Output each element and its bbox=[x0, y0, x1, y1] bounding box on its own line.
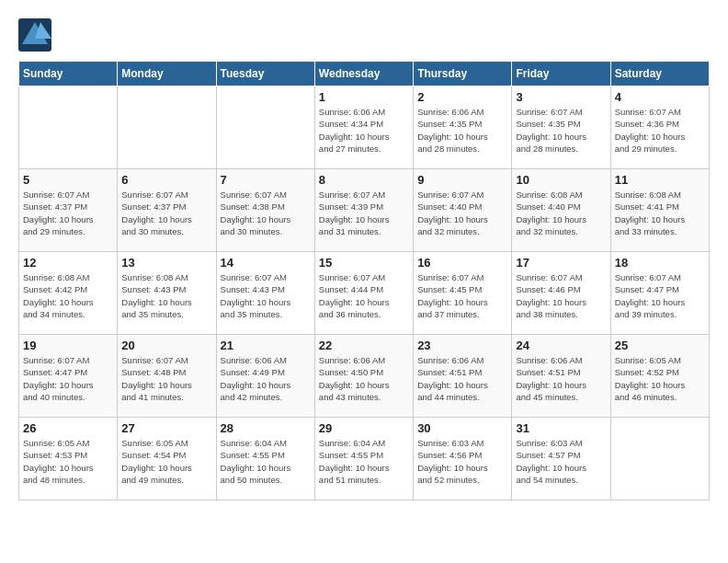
calendar-cell: 23Sunrise: 6:06 AM Sunset: 4:51 PM Dayli… bbox=[414, 335, 512, 418]
day-header-friday: Friday bbox=[512, 62, 610, 86]
day-info: Sunrise: 6:06 AM Sunset: 4:34 PM Dayligh… bbox=[319, 106, 409, 155]
day-info: Sunrise: 6:05 AM Sunset: 4:52 PM Dayligh… bbox=[615, 354, 705, 403]
calendar-header-row: SundayMondayTuesdayWednesdayThursdayFrid… bbox=[19, 62, 710, 86]
day-number: 3 bbox=[516, 90, 606, 104]
calendar-cell bbox=[118, 86, 216, 169]
day-number: 15 bbox=[319, 256, 409, 270]
day-info: Sunrise: 6:06 AM Sunset: 4:51 PM Dayligh… bbox=[417, 354, 507, 403]
day-number: 21 bbox=[221, 339, 311, 352]
calendar-cell: 27Sunrise: 6:05 AM Sunset: 4:54 PM Dayli… bbox=[118, 418, 216, 500]
calendar-cell: 20Sunrise: 6:07 AM Sunset: 4:48 PM Dayli… bbox=[118, 335, 216, 418]
calendar-cell: 6Sunrise: 6:07 AM Sunset: 4:37 PM Daylig… bbox=[118, 169, 216, 252]
day-info: Sunrise: 6:04 AM Sunset: 4:55 PM Dayligh… bbox=[319, 437, 409, 486]
calendar-cell bbox=[19, 86, 118, 169]
day-number: 6 bbox=[121, 173, 211, 187]
day-number: 18 bbox=[615, 256, 705, 270]
day-number: 19 bbox=[23, 339, 113, 352]
calendar-table: SundayMondayTuesdayWednesdayThursdayFrid… bbox=[18, 61, 710, 500]
day-header-saturday: Saturday bbox=[610, 62, 709, 86]
day-info: Sunrise: 6:03 AM Sunset: 4:56 PM Dayligh… bbox=[417, 437, 507, 486]
calendar-cell: 1Sunrise: 6:06 AM Sunset: 4:34 PM Daylig… bbox=[314, 86, 413, 169]
day-number: 12 bbox=[23, 256, 113, 270]
calendar-cell: 25Sunrise: 6:05 AM Sunset: 4:52 PM Dayli… bbox=[610, 335, 709, 418]
day-info: Sunrise: 6:08 AM Sunset: 4:43 PM Dayligh… bbox=[121, 271, 211, 320]
calendar-cell: 4Sunrise: 6:07 AM Sunset: 4:36 PM Daylig… bbox=[610, 86, 709, 169]
day-info: Sunrise: 6:07 AM Sunset: 4:37 PM Dayligh… bbox=[23, 189, 113, 237]
calendar-cell: 8Sunrise: 6:07 AM Sunset: 4:39 PM Daylig… bbox=[314, 169, 413, 252]
day-header-monday: Monday bbox=[118, 62, 216, 86]
day-header-thursday: Thursday bbox=[414, 62, 512, 86]
calendar-cell: 7Sunrise: 6:07 AM Sunset: 4:38 PM Daylig… bbox=[216, 169, 314, 252]
day-info: Sunrise: 6:05 AM Sunset: 4:53 PM Dayligh… bbox=[23, 437, 113, 486]
day-info: Sunrise: 6:04 AM Sunset: 4:55 PM Dayligh… bbox=[221, 437, 311, 486]
day-number: 24 bbox=[516, 339, 606, 352]
calendar-cell: 15Sunrise: 6:07 AM Sunset: 4:44 PM Dayli… bbox=[314, 252, 413, 335]
calendar-cell: 13Sunrise: 6:08 AM Sunset: 4:43 PM Dayli… bbox=[118, 252, 216, 335]
day-number: 26 bbox=[23, 421, 113, 435]
day-info: Sunrise: 6:07 AM Sunset: 4:48 PM Dayligh… bbox=[121, 354, 211, 403]
calendar-cell bbox=[216, 86, 314, 169]
day-number: 14 bbox=[221, 256, 311, 270]
calendar-cell: 24Sunrise: 6:06 AM Sunset: 4:51 PM Dayli… bbox=[512, 335, 610, 418]
day-number: 4 bbox=[615, 90, 705, 104]
calendar-week-row: 19Sunrise: 6:07 AM Sunset: 4:47 PM Dayli… bbox=[19, 335, 710, 418]
calendar-cell bbox=[610, 418, 709, 500]
day-info: Sunrise: 6:08 AM Sunset: 4:41 PM Dayligh… bbox=[615, 189, 705, 237]
day-number: 23 bbox=[417, 339, 507, 352]
day-number: 13 bbox=[121, 256, 211, 270]
calendar-cell: 22Sunrise: 6:06 AM Sunset: 4:50 PM Dayli… bbox=[314, 335, 413, 418]
day-info: Sunrise: 6:07 AM Sunset: 4:45 PM Dayligh… bbox=[417, 271, 507, 320]
day-info: Sunrise: 6:07 AM Sunset: 4:43 PM Dayligh… bbox=[221, 271, 311, 320]
calendar-cell: 18Sunrise: 6:07 AM Sunset: 4:47 PM Dayli… bbox=[610, 252, 709, 335]
day-number: 17 bbox=[516, 256, 606, 270]
day-info: Sunrise: 6:08 AM Sunset: 4:40 PM Dayligh… bbox=[516, 189, 606, 237]
calendar-cell: 16Sunrise: 6:07 AM Sunset: 4:45 PM Dayli… bbox=[414, 252, 512, 335]
day-number: 29 bbox=[319, 421, 409, 435]
day-info: Sunrise: 6:07 AM Sunset: 4:47 PM Dayligh… bbox=[23, 354, 113, 403]
calendar-cell: 2Sunrise: 6:06 AM Sunset: 4:35 PM Daylig… bbox=[414, 86, 512, 169]
day-number: 9 bbox=[417, 173, 507, 187]
calendar-cell: 29Sunrise: 6:04 AM Sunset: 4:55 PM Dayli… bbox=[314, 418, 413, 500]
calendar-cell: 17Sunrise: 6:07 AM Sunset: 4:46 PM Dayli… bbox=[512, 252, 610, 335]
calendar-week-row: 1Sunrise: 6:06 AM Sunset: 4:34 PM Daylig… bbox=[19, 86, 710, 169]
calendar-cell: 28Sunrise: 6:04 AM Sunset: 4:55 PM Dayli… bbox=[216, 418, 314, 500]
day-number: 11 bbox=[615, 173, 705, 187]
day-info: Sunrise: 6:08 AM Sunset: 4:42 PM Dayligh… bbox=[23, 271, 113, 320]
day-info: Sunrise: 6:07 AM Sunset: 4:36 PM Dayligh… bbox=[615, 106, 705, 155]
calendar-cell: 31Sunrise: 6:03 AM Sunset: 4:57 PM Dayli… bbox=[512, 418, 610, 500]
calendar-cell: 30Sunrise: 6:03 AM Sunset: 4:56 PM Dayli… bbox=[414, 418, 512, 500]
day-info: Sunrise: 6:07 AM Sunset: 4:37 PM Dayligh… bbox=[121, 189, 211, 237]
day-info: Sunrise: 6:07 AM Sunset: 4:38 PM Dayligh… bbox=[221, 189, 311, 237]
day-number: 8 bbox=[319, 173, 409, 187]
calendar-cell: 9Sunrise: 6:07 AM Sunset: 4:40 PM Daylig… bbox=[414, 169, 512, 252]
day-number: 7 bbox=[221, 173, 311, 187]
day-number: 28 bbox=[221, 421, 311, 435]
page-header bbox=[18, 18, 710, 52]
day-info: Sunrise: 6:07 AM Sunset: 4:46 PM Dayligh… bbox=[516, 271, 606, 320]
day-info: Sunrise: 6:07 AM Sunset: 4:39 PM Dayligh… bbox=[319, 189, 409, 237]
day-info: Sunrise: 6:07 AM Sunset: 4:44 PM Dayligh… bbox=[319, 271, 409, 320]
calendar-week-row: 12Sunrise: 6:08 AM Sunset: 4:42 PM Dayli… bbox=[19, 252, 710, 335]
day-number: 31 bbox=[516, 421, 606, 435]
day-info: Sunrise: 6:06 AM Sunset: 4:50 PM Dayligh… bbox=[319, 354, 409, 403]
day-header-wednesday: Wednesday bbox=[314, 62, 413, 86]
day-number: 27 bbox=[121, 421, 211, 435]
day-number: 25 bbox=[615, 339, 705, 352]
day-info: Sunrise: 6:07 AM Sunset: 4:47 PM Dayligh… bbox=[615, 271, 705, 320]
day-header-sunday: Sunday bbox=[19, 62, 118, 86]
day-info: Sunrise: 6:06 AM Sunset: 4:51 PM Dayligh… bbox=[516, 354, 606, 403]
calendar-cell: 19Sunrise: 6:07 AM Sunset: 4:47 PM Dayli… bbox=[19, 335, 118, 418]
day-info: Sunrise: 6:07 AM Sunset: 4:35 PM Dayligh… bbox=[516, 106, 606, 155]
calendar-week-row: 26Sunrise: 6:05 AM Sunset: 4:53 PM Dayli… bbox=[19, 418, 710, 500]
day-info: Sunrise: 6:07 AM Sunset: 4:40 PM Dayligh… bbox=[417, 189, 507, 237]
calendar-week-row: 5Sunrise: 6:07 AM Sunset: 4:37 PM Daylig… bbox=[19, 169, 710, 252]
calendar-cell: 10Sunrise: 6:08 AM Sunset: 4:40 PM Dayli… bbox=[512, 169, 610, 252]
calendar-cell: 5Sunrise: 6:07 AM Sunset: 4:37 PM Daylig… bbox=[19, 169, 118, 252]
logo bbox=[18, 18, 55, 52]
calendar-cell: 26Sunrise: 6:05 AM Sunset: 4:53 PM Dayli… bbox=[19, 418, 118, 500]
calendar-cell: 3Sunrise: 6:07 AM Sunset: 4:35 PM Daylig… bbox=[512, 86, 610, 169]
day-number: 22 bbox=[319, 339, 409, 352]
calendar-cell: 21Sunrise: 6:06 AM Sunset: 4:49 PM Dayli… bbox=[216, 335, 314, 418]
day-number: 10 bbox=[516, 173, 606, 187]
day-number: 20 bbox=[121, 339, 211, 352]
